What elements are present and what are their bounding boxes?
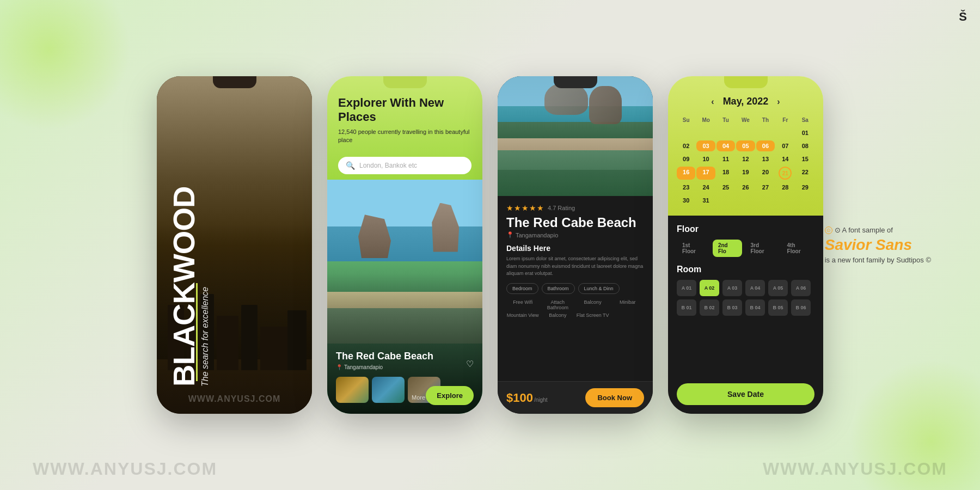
amenity-bathroom: Attach Bathroom [541,299,574,310]
pin-icon: 📍 [336,364,342,370]
phone2-search-bar[interactable]: 🔍 London, Bankok etc [338,157,471,174]
cal-day-02[interactable]: 02 [677,140,695,151]
cal-day-19[interactable]: 19 [736,167,755,180]
cal-header-tu: Tu [716,115,735,125]
cal-header-mo: Mo [696,115,715,125]
room-b01[interactable]: B 01 [677,299,696,316]
rating-row: ★★★★★ 4.7 Rating [506,204,644,212]
more-button[interactable]: More [412,394,425,401]
tag-lunch[interactable]: Lunch & Dinn [578,283,620,294]
room-b03[interactable]: B 03 [722,299,742,316]
search-icon: 🔍 [346,161,355,170]
amenity-extra [611,313,644,318]
phone2-subtitle: 12,540 people currently travelling in th… [338,128,471,145]
cal-day-20[interactable]: 20 [756,167,775,180]
bg-decoration-br [849,359,980,490]
cal-day-10[interactable]: 10 [696,154,715,164]
cal-day-01[interactable]: 01 [796,127,814,138]
cal-day-empty4 [736,127,755,138]
room-a05[interactable]: A 05 [768,280,788,296]
phone4-notch [724,76,768,88]
tag-bedroom[interactable]: Bedroom [506,283,538,294]
cal-day-12[interactable]: 12 [736,154,755,164]
cal-row-3: 09 10 11 12 13 14 15 [677,154,814,164]
phone-beach-detail: ★★★★★ 4.7 Rating The Red Cabe Beach 📍 Ta… [498,76,653,414]
heart-icon[interactable]: ♡ [466,359,474,369]
phone3-content: ★★★★★ 4.7 Rating The Red Cabe Beach 📍 Ta… [498,76,653,414]
calendar-header: ‹ May, 2022 › [677,96,814,107]
cal-day-29[interactable]: 29 [796,182,814,193]
cal-day-07[interactable]: 07 [776,140,794,151]
cal-day-empty6 [776,127,794,138]
cal-day-13[interactable]: 13 [756,154,775,164]
room-a03[interactable]: A 03 [722,280,742,296]
beach-label-phone2: The Red Cabe Beach 📍 Tangamandapio [336,351,433,370]
cal-day-27[interactable]: 27 [756,182,775,193]
thumbnail-2[interactable] [372,377,405,403]
cal-day-08[interactable]: 08 [796,140,814,151]
room-b02[interactable]: B 02 [700,299,719,316]
cal-day-24[interactable]: 24 [696,182,715,193]
explore-button[interactable]: Explore [426,386,474,405]
floor-tab-3rd[interactable]: 3rd Floor [745,240,779,257]
yellow-accent-line [196,283,198,381]
cal-empty-c [756,195,775,206]
floor-tab-1st[interactable]: 1st Floor [677,240,709,257]
cal-day-23[interactable]: 23 [677,182,695,193]
cal-day-14[interactable]: 14 [776,154,794,164]
cal-row-1: 01 [677,127,814,138]
cal-day-21[interactable]: 21 [779,167,792,180]
cal-day-empty2 [696,127,715,138]
cal-day-26[interactable]: 26 [736,182,755,193]
cal-day-15[interactable]: 15 [796,154,814,164]
cal-day-04[interactable]: 04 [716,140,735,151]
cal-day-25[interactable]: 25 [716,182,735,193]
price-per-night: /night [534,397,547,403]
font-brand-name: Savior Sans [825,236,931,254]
amenities-grid: Free Wifi Attach Bathroom Balcony Miniba… [506,299,644,318]
cal-day-03[interactable]: 03 [696,140,715,151]
phone2-background: Explorer With New Places 12,540 people c… [327,76,482,414]
cal-day-16[interactable]: 16 [677,167,695,180]
floor-tab-4th[interactable]: 4th Floor [782,240,814,257]
tag-bathroom[interactable]: Bathroom [542,283,575,294]
room-a04[interactable]: A 04 [745,280,765,296]
phone2-notch [383,76,427,88]
amenity-tv: Flat Screen TV [577,313,609,318]
cal-day-06[interactable]: 06 [756,140,775,151]
room-a06[interactable]: A 06 [791,280,811,296]
calendar-prev[interactable]: ‹ [711,97,714,107]
phone3-body: ★★★★★ 4.7 Rating The Red Cabe Beach 📍 Ta… [498,196,653,381]
room-row-b: B 01 B 02 B 03 B 04 B 05 B 06 [677,299,814,316]
hotel-section: Floor 1st Floor 2nd Flo 3rd Floor 4th Fl… [668,216,823,414]
room-b05[interactable]: B 05 [768,299,788,316]
cal-header-sa: Sa [796,115,814,125]
details-label: Details Here [506,244,644,253]
phone-explorer: Explorer With New Places 12,540 people c… [327,76,482,414]
floor-tab-2nd[interactable]: 2nd Flo [713,240,742,257]
cal-day-31[interactable]: 31 [696,195,715,206]
cal-day-30[interactable]: 30 [677,195,695,206]
cal-row-4: 16 17 18 19 20 21 22 [677,167,814,180]
price-amount: $100 [506,391,533,405]
room-b06[interactable]: B 06 [791,299,811,316]
cal-day-09[interactable]: 09 [677,154,695,164]
price-display: $100 /night [506,391,547,405]
room-a01[interactable]: A 01 [677,280,696,296]
cal-day-17[interactable]: 17 [696,167,715,180]
calendar-next[interactable]: › [777,97,780,107]
thumbnail-1[interactable] [336,377,369,403]
save-date-button[interactable]: Save Date [677,383,814,405]
cal-empty-b [736,195,755,206]
cal-day-18[interactable]: 18 [716,167,735,180]
cal-day-empty1 [677,127,695,138]
cal-day-05[interactable]: 05 [736,140,755,151]
cal-empty-e [796,195,814,206]
cal-day-11[interactable]: 11 [716,154,735,164]
amenity-balcony2: Balcony [541,313,574,318]
cal-day-22[interactable]: 22 [796,167,814,180]
room-b04[interactable]: B 04 [745,299,765,316]
book-now-button[interactable]: Book Now [585,388,644,407]
room-a02[interactable]: A 02 [700,280,719,296]
cal-day-28[interactable]: 28 [776,182,794,193]
